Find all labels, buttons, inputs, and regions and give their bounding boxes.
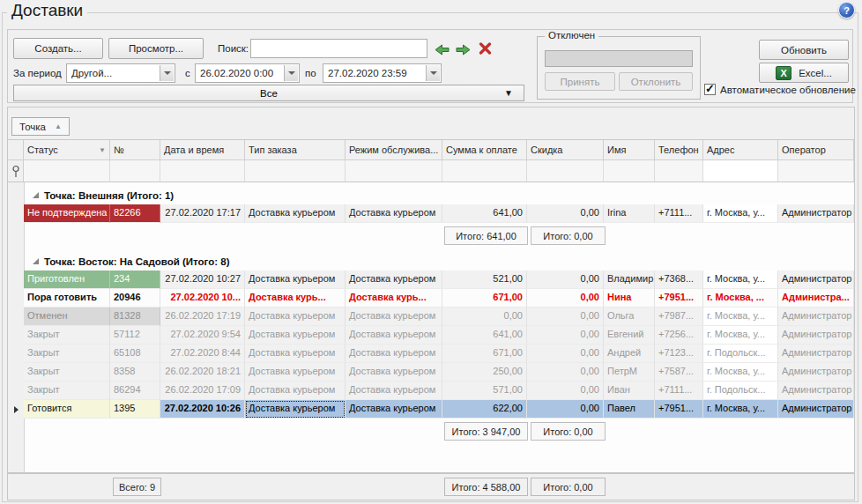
cell-phone[interactable]: +7123...	[655, 345, 703, 363]
cell-discount[interactable]: 0,00	[527, 382, 604, 400]
cell-operator[interactable]: Администратор	[778, 204, 854, 223]
delivery-row[interactable]: Закрыт6510827.02.2020 8:44Доставка курье…	[8, 345, 854, 363]
cell-service_mode[interactable]: Доставка курьером	[346, 204, 442, 223]
group-by-chip-tochka[interactable]: Точка	[11, 117, 70, 136]
refresh-button[interactable]: Обновить	[759, 40, 849, 60]
column-header-name[interactable]: Имя	[604, 140, 655, 160]
delivery-row[interactable]: Отменен8132826.02.2020 17:19Доставка кур…	[8, 308, 854, 326]
cell-amount[interactable]: 0,00	[442, 308, 527, 326]
delivery-row[interactable]: Закрыт5711227.02.2020 9:54Доставка курье…	[8, 326, 854, 345]
cell-operator[interactable]: Администратор	[778, 400, 854, 419]
help-icon[interactable]	[838, 2, 855, 19]
cell-status[interactable]: Закрыт	[24, 363, 110, 382]
cell-amount[interactable]: 521,00	[442, 271, 527, 289]
cell-status[interactable]: Готовится	[24, 400, 110, 419]
period-select[interactable]: Другой...	[66, 63, 175, 83]
cell-address[interactable]: г. Москва, у...	[703, 204, 778, 223]
cell-datetime[interactable]: 26.02.2020 17:19	[160, 308, 245, 326]
cell-name[interactable]: ПетрМ	[604, 363, 655, 382]
delivery-row[interactable]: Приготовлен23427.02.2020 10:27Доставка к…	[8, 271, 854, 289]
filter-cell-discount[interactable]	[527, 160, 604, 182]
group-expand-icon[interactable]	[33, 258, 39, 264]
search-input[interactable]	[250, 39, 427, 58]
group-header-row[interactable]: Точка: Восток: На Садовой (Итого: 8)	[8, 253, 854, 271]
cell-number[interactable]: 57112	[110, 326, 160, 345]
cell-order_type[interactable]: Доставка курьером	[245, 345, 346, 363]
cell-operator[interactable]: Администратор	[778, 345, 854, 363]
cell-operator[interactable]: Администратор	[778, 382, 854, 400]
cell-phone[interactable]: +7111...	[655, 204, 703, 223]
cell-name[interactable]: Евгений	[604, 326, 655, 345]
date-to-arrow-icon[interactable]	[426, 65, 440, 81]
cell-discount[interactable]: 0,00	[527, 289, 604, 308]
column-header-number[interactable]: №	[110, 140, 160, 160]
cell-datetime[interactable]: 27.02.2020 9:54	[160, 326, 245, 345]
column-header-address[interactable]: Адрес	[703, 140, 778, 160]
cell-status[interactable]: Пора готовить	[24, 289, 110, 308]
filter-cell-datetime[interactable]	[160, 160, 245, 182]
cell-number[interactable]: 8358	[110, 363, 160, 382]
cell-status[interactable]: Приготовлен	[24, 271, 110, 289]
cell-address[interactable]: г. Москва, у...	[703, 363, 778, 382]
filter-gutter-cell[interactable]	[8, 160, 24, 182]
excel-button[interactable]: Excel...	[759, 63, 849, 83]
cell-amount[interactable]: 641,00	[442, 326, 527, 345]
decline-button[interactable]: Отклонить	[619, 72, 693, 91]
cell-datetime[interactable]: 27.02.2020 10:26	[160, 400, 245, 419]
cell-order_type[interactable]: Доставка курьером	[245, 400, 346, 419]
cell-datetime[interactable]: 26.02.2020 17:09	[160, 382, 245, 400]
cell-amount[interactable]: 671,00	[442, 345, 527, 363]
cell-order_type[interactable]: Доставка курьером	[245, 204, 346, 223]
cell-datetime[interactable]: 26.02.2020 18:21	[160, 363, 245, 382]
group-header-row[interactable]: Точка: Внешняя (Итого: 1)	[8, 187, 854, 204]
cell-order_type[interactable]: Доставка курьером	[245, 363, 346, 382]
column-header-discount[interactable]: Скидка	[527, 140, 604, 160]
cell-operator[interactable]: Администратор	[778, 308, 854, 326]
cell-order_type[interactable]: Доставка курьером	[245, 326, 346, 345]
cell-amount[interactable]: 671,00	[442, 289, 527, 308]
cell-number[interactable]: 20946	[110, 289, 160, 308]
status-filter-dropdown-icon[interactable]	[99, 146, 106, 154]
cell-number[interactable]: 82266	[110, 204, 160, 223]
delivery-row[interactable]: Не подтверждена8226627.02.2020 17:17Дост…	[8, 204, 854, 223]
cell-name[interactable]: Нина	[604, 289, 655, 308]
cell-operator[interactable]: Администра...	[778, 289, 854, 308]
cell-amount[interactable]: 641,00	[442, 204, 527, 223]
cell-service_mode[interactable]: Доставка курьером	[346, 363, 442, 382]
cell-number[interactable]: 65108	[110, 345, 160, 363]
cell-discount[interactable]: 0,00	[527, 363, 604, 382]
column-header-phone[interactable]: Телефон	[655, 140, 703, 160]
cell-amount[interactable]: 250,00	[442, 363, 527, 382]
delivery-row[interactable]: Пора готовить2094627.02.2020 10...Достав…	[8, 289, 854, 308]
cell-service_mode[interactable]: Доставка курьером	[346, 345, 442, 363]
cell-address[interactable]: г. Москва, ...	[703, 289, 778, 308]
filter-cell-operator[interactable]	[778, 160, 854, 182]
cell-operator[interactable]: Администратор	[778, 271, 854, 289]
cell-name[interactable]: Павел	[604, 400, 655, 419]
cell-service_mode[interactable]: Доставка курьером	[346, 308, 442, 326]
cell-order_type[interactable]: Доставка курьером	[245, 271, 346, 289]
accept-button[interactable]: Принять	[545, 72, 615, 91]
cell-discount[interactable]: 0,00	[527, 345, 604, 363]
cell-discount[interactable]: 0,00	[527, 400, 604, 419]
cell-order_type[interactable]: Доставка курьером	[245, 382, 346, 400]
column-header-order_type[interactable]: Тип заказа	[245, 140, 346, 160]
cell-status[interactable]: Закрыт	[24, 326, 110, 345]
cell-discount[interactable]: 0,00	[527, 204, 604, 223]
cell-status[interactable]: Отменен	[24, 308, 110, 326]
next-arrow-icon[interactable]	[456, 43, 471, 59]
filter-cell-number[interactable]	[110, 160, 160, 182]
cell-service_mode[interactable]: Доставка курь...	[346, 289, 442, 308]
cell-number[interactable]: 1395	[110, 400, 160, 419]
column-header-datetime[interactable]: Дата и время	[160, 140, 245, 160]
delivery-row[interactable]: Закрыт835826.02.2020 18:21Доставка курье…	[8, 363, 854, 382]
cell-phone[interactable]: +7951...	[655, 400, 703, 419]
cell-datetime[interactable]: 27.02.2020 8:44	[160, 345, 245, 363]
cell-number[interactable]: 86294	[110, 382, 160, 400]
cell-operator[interactable]: Администратор	[778, 326, 854, 345]
date-to-field[interactable]: 27.02.2020 23:59	[323, 63, 442, 83]
delivery-row[interactable]: Закрыт8629426.02.2020 17:09Доставка курь…	[8, 382, 854, 400]
column-header-operator[interactable]: Оператор	[778, 140, 854, 160]
cell-name[interactable]: Владимир	[604, 271, 655, 289]
cell-phone[interactable]: +7587...	[655, 363, 703, 382]
